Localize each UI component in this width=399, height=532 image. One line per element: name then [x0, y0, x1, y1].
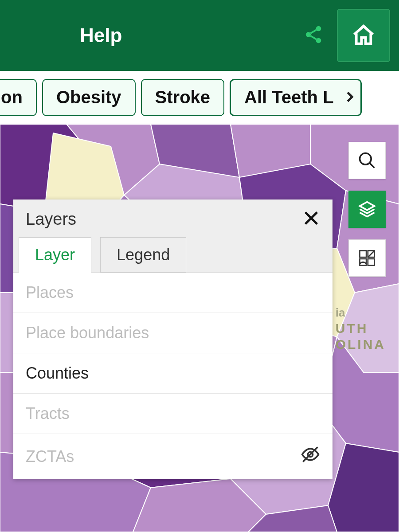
home-button[interactable]: [337, 9, 390, 62]
layers-icon: [357, 200, 377, 219]
panel-header: Layers: [13, 200, 332, 237]
layer-label: Counties: [26, 364, 89, 383]
svg-line-34: [368, 251, 375, 258]
map-tools: [348, 142, 386, 277]
close-button[interactable]: [302, 209, 320, 229]
layer-label: ZCTAs: [26, 447, 74, 466]
svg-point-1: [306, 32, 311, 37]
tab-legend[interactable]: Legend: [100, 237, 186, 273]
layer-item-tracts[interactable]: Tracts: [13, 394, 332, 434]
search-button[interactable]: [348, 142, 386, 179]
basemap-icon: [357, 248, 377, 268]
layer-item-zctas[interactable]: ZCTAs: [13, 434, 332, 479]
chevron-right-icon: [343, 87, 356, 107]
svg-marker-31: [360, 202, 375, 210]
svg-point-0: [316, 26, 321, 31]
layer-label: Place boundaries: [26, 324, 149, 342]
visibility-off-icon[interactable]: [301, 445, 320, 468]
page-title: Help: [80, 24, 122, 47]
header-actions: [303, 9, 390, 62]
filter-chip[interactable]: on: [0, 79, 37, 116]
layer-item-place-boundaries[interactable]: Place boundaries: [13, 313, 332, 353]
close-icon: [302, 209, 320, 227]
map-canvas[interactable]: ia UTH OLINA Layers: [0, 124, 399, 532]
share-icon[interactable]: [303, 24, 324, 47]
svg-rect-36: [368, 259, 375, 266]
panel-tabs: Layer Legend: [13, 237, 332, 272]
layer-label: Tracts: [26, 404, 70, 423]
svg-point-29: [360, 153, 372, 165]
tab-layer[interactable]: Layer: [19, 237, 91, 273]
search-icon: [357, 151, 377, 170]
layer-item-counties[interactable]: Counties: [13, 353, 332, 394]
home-icon: [351, 23, 376, 48]
layer-list: Places Place boundaries Counties Tracts …: [13, 272, 332, 479]
layer-item-places[interactable]: Places: [13, 273, 332, 313]
panel-title: Layers: [26, 210, 76, 229]
layers-panel: Layers Layer Legend Places Place boundar…: [13, 200, 332, 479]
basemap-button[interactable]: [348, 239, 386, 277]
filter-chip-all-teeth[interactable]: All Teeth L: [230, 79, 361, 116]
svg-line-30: [370, 163, 375, 168]
layer-label: Places: [26, 283, 74, 302]
filter-chip-obesity[interactable]: Obesity: [42, 79, 136, 116]
layers-button[interactable]: [348, 191, 386, 228]
filter-chip-stroke[interactable]: Stroke: [141, 79, 225, 116]
svg-point-2: [316, 38, 321, 43]
filter-chips-row[interactable]: on Obesity Stroke All Teeth L: [0, 71, 399, 124]
app-header: Help: [0, 0, 399, 71]
chip-label: All Teeth L: [244, 87, 333, 107]
svg-rect-32: [360, 251, 367, 258]
